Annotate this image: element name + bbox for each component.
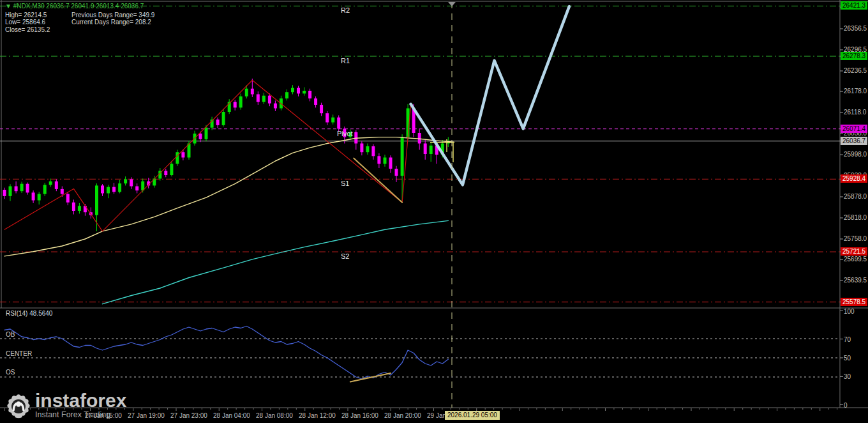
rsi-oversold-label: OS bbox=[6, 369, 15, 376]
symbol-info-panel: ▼ #NDX,M30 26036.7 26041.9 26013.4 26036… bbox=[5, 3, 154, 33]
price-tick-label: 25699.5 bbox=[844, 256, 867, 263]
rsi-overbought-label: OB bbox=[6, 331, 15, 338]
rsi-tick-label: 50 bbox=[844, 355, 851, 362]
symbol-ohlc-text: #NDX,M30 26036.7 26041.9 26013.4 26036.7 bbox=[13, 3, 144, 10]
price-badge-26036.7: 26036.7 bbox=[841, 137, 867, 145]
price-tick-label: 25818.0 bbox=[844, 214, 867, 221]
price-tick-label: 25878.0 bbox=[844, 193, 867, 200]
rsi-tick-label: 30 bbox=[844, 373, 851, 380]
symbol-dropdown-icon[interactable]: ▼ bbox=[5, 3, 11, 10]
logo-name: instaforex bbox=[35, 391, 126, 410]
current-time-badge: 2026.01.29 05:00 bbox=[445, 411, 500, 420]
time-tick-label: 27 Jan 23:00 bbox=[170, 412, 207, 419]
curr-range-value: Current Days Range= 208.2 bbox=[71, 19, 151, 26]
price-badge-25721.5: 25721.5 bbox=[841, 247, 867, 256]
time-tick-label: 28 Jan 20:00 bbox=[384, 412, 421, 419]
time-tick-label: 28 Jan 12:00 bbox=[299, 412, 336, 419]
price-badge-26421.3: 26421.3 bbox=[841, 1, 867, 10]
time-tick-label: 28 Jan 08:00 bbox=[256, 412, 293, 419]
pivot-label-s2: S2 bbox=[341, 252, 349, 260]
info-row-low: Low= 25864.6Current Days Range= 208.2 bbox=[5, 19, 154, 26]
symbol-ohlc-line: ▼ #NDX,M30 26036.7 26041.9 26013.4 26036… bbox=[5, 3, 154, 10]
rsi-center-label: CENTER bbox=[6, 350, 32, 357]
rsi-indicator-title: RSI(14) 48.5640 bbox=[6, 310, 52, 317]
high-value: High= 26214.5 bbox=[5, 12, 71, 19]
instaforex-gear-icon bbox=[5, 391, 32, 420]
pivot-label-r1: R1 bbox=[341, 57, 350, 65]
price-tick-label: 26178.0 bbox=[844, 88, 867, 95]
pivot-label-s1: S1 bbox=[341, 180, 349, 187]
logo-tagline: Instant Forex Trading bbox=[35, 410, 126, 419]
low-value: Low= 25864.6 bbox=[5, 19, 71, 26]
price-tick-label: 25639.5 bbox=[844, 277, 867, 284]
prev-range-value: Previous Days Range= 349.9 bbox=[71, 12, 154, 19]
price-badge-25928.4: 25928.4 bbox=[841, 174, 867, 183]
instaforex-logo: instaforex Instant Forex Trading bbox=[5, 391, 126, 420]
time-tick-label: 27 Jan 19:00 bbox=[128, 412, 165, 419]
time-tick-label: 29 Jan bbox=[427, 412, 446, 419]
price-badge-26071.4: 26071.4 bbox=[841, 125, 867, 133]
price-tick-label: 25998.0 bbox=[844, 151, 867, 158]
price-tick-label: 26118.0 bbox=[844, 109, 866, 116]
rsi-tick-label: 100 bbox=[844, 308, 855, 315]
time-tick-label: 28 Jan 04:00 bbox=[213, 412, 250, 419]
price-badge-25578.5: 25578.5 bbox=[841, 298, 867, 306]
close-value: Close= 26135.2 bbox=[5, 26, 50, 33]
price-tick-label: 25758.0 bbox=[844, 235, 867, 242]
pivot-label-pivot: Pivot bbox=[337, 130, 352, 137]
chart-canvas[interactable] bbox=[0, 0, 868, 423]
info-row-high: High= 26214.5Previous Days Range= 349.9 bbox=[5, 12, 154, 19]
price-badge-26278.3: 26278.3 bbox=[841, 52, 867, 60]
rsi-tick-label: 70 bbox=[844, 336, 851, 343]
pivot-label-r2: R2 bbox=[341, 6, 350, 14]
rsi-tick-label: 0 bbox=[844, 402, 848, 409]
time-tick-label: 28 Jan 16:00 bbox=[341, 412, 378, 419]
info-row-close: Close= 26135.2 bbox=[5, 26, 154, 34]
price-tick-label: 26356.5 bbox=[844, 25, 867, 32]
price-tick-label: 26236.5 bbox=[844, 67, 867, 74]
chart-window: ▼ #NDX,M30 26036.7 26041.9 26013.4 26036… bbox=[0, 0, 868, 423]
